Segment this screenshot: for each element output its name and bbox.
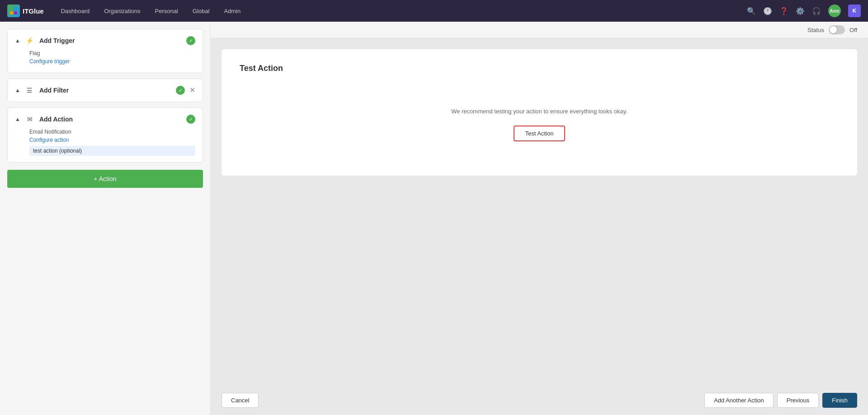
filter-card-header: ▲ ☰ Add Filter ✓ ✕: [15, 85, 195, 95]
action-configure-link[interactable]: Configure action: [29, 137, 195, 143]
trigger-flag: Flag: [29, 50, 195, 56]
trigger-icon: ⚡: [25, 36, 35, 46]
trigger-toggle[interactable]: ▲: [15, 37, 20, 44]
status-value: Off: [849, 27, 857, 33]
nav-items: Dashboard Organizations Personal Global …: [55, 5, 736, 17]
right-content: Status Off Test Action We recommend test…: [211, 22, 868, 415]
top-navigation: ITGlue Dashboard Organizations Personal …: [0, 0, 868, 22]
status-label: Status: [807, 27, 824, 33]
footer-right: Add Another Action Previous Finish: [704, 393, 857, 408]
trigger-done-badge: ✓: [186, 36, 195, 45]
filter-close-button[interactable]: ✕: [189, 87, 195, 94]
action-email-notification: Email Notification: [29, 129, 195, 135]
trigger-body: Flag Configure trigger: [15, 50, 195, 65]
action-card: ▲ ✉ Add Action ✓ Email Notification Conf…: [7, 107, 203, 163]
filter-title: Add Filter: [39, 87, 69, 94]
status-bar: Status Off: [211, 22, 868, 38]
trigger-card-header: ▲ ⚡ Add Trigger ✓: [15, 36, 195, 46]
action-toggle[interactable]: ▲: [15, 116, 20, 122]
sidebar: ▲ ⚡ Add Trigger ✓ Flag Configure trigger…: [0, 22, 211, 415]
trigger-configure-link[interactable]: Configure trigger: [29, 58, 195, 65]
svg-rect-3: [14, 11, 17, 14]
test-action-body: We recommend testing your action to ensu…: [240, 88, 839, 161]
test-action-card: Test Action We recommend testing your ac…: [222, 49, 857, 176]
add-another-action-button[interactable]: Add Another Action: [704, 393, 774, 408]
history-icon[interactable]: 🕐: [763, 7, 772, 15]
nav-global[interactable]: Global: [186, 5, 216, 17]
logo-text: ITGlue: [23, 7, 44, 15]
action-card-header: ▲ ✉ Add Action ✓: [15, 114, 195, 124]
finish-button[interactable]: Finish: [822, 393, 857, 408]
trigger-card: ▲ ⚡ Add Trigger ✓ Flag Configure trigger: [7, 29, 203, 73]
test-action-title: Test Action: [240, 64, 839, 73]
svg-rect-0: [10, 7, 13, 10]
main-panel: Test Action We recommend testing your ac…: [211, 38, 868, 386]
headset-icon[interactable]: 🎧: [812, 7, 821, 15]
status-toggle[interactable]: [829, 25, 845, 34]
footer-actions: Cancel Add Another Action Previous Finis…: [211, 386, 868, 415]
previous-button[interactable]: Previous: [777, 393, 819, 408]
test-action-button[interactable]: Test Action: [514, 126, 566, 141]
nav-right: 🔍 🕐 ❓ ⚙️ 🎧 Ann K: [747, 5, 861, 17]
settings-icon[interactable]: ⚙️: [796, 7, 805, 15]
action-test-optional[interactable]: test action (optional): [29, 146, 195, 156]
filter-toggle[interactable]: ▲: [15, 87, 20, 93]
add-action-button[interactable]: + Action: [7, 170, 203, 188]
filter-header-left: ▲ ☰ Add Filter: [15, 85, 69, 95]
svg-rect-2: [10, 11, 13, 14]
user-avatar[interactable]: Ann: [828, 5, 841, 17]
action-icon: ✉: [25, 114, 35, 124]
search-icon[interactable]: 🔍: [747, 7, 756, 15]
filter-card: ▲ ☰ Add Filter ✓ ✕: [7, 79, 203, 102]
trigger-title: Add Trigger: [39, 37, 75, 44]
svg-rect-1: [14, 7, 17, 10]
cancel-button[interactable]: Cancel: [222, 393, 259, 408]
help-icon[interactable]: ❓: [779, 7, 788, 15]
k-badge[interactable]: K: [848, 5, 861, 17]
action-done-badge: ✓: [186, 115, 195, 124]
logo-icon: [7, 5, 20, 17]
main-layout: ▲ ⚡ Add Trigger ✓ Flag Configure trigger…: [0, 22, 868, 415]
trigger-header-left: ▲ ⚡ Add Trigger: [15, 36, 75, 46]
filter-done-badge: ✓: [176, 86, 185, 95]
action-header-left: ▲ ✉ Add Action: [15, 114, 73, 124]
nav-dashboard[interactable]: Dashboard: [55, 5, 96, 17]
nav-admin[interactable]: Admin: [217, 5, 247, 17]
nav-personal[interactable]: Personal: [149, 5, 184, 17]
test-action-description: We recommend testing your action to ensu…: [451, 108, 627, 115]
action-title: Add Action: [39, 116, 73, 123]
nav-organizations[interactable]: Organizations: [98, 5, 146, 17]
filter-icon: ☰: [25, 85, 35, 95]
toggle-knob: [830, 26, 837, 33]
action-body: Email Notification Configure action test…: [15, 129, 195, 156]
logo[interactable]: ITGlue: [7, 5, 44, 17]
